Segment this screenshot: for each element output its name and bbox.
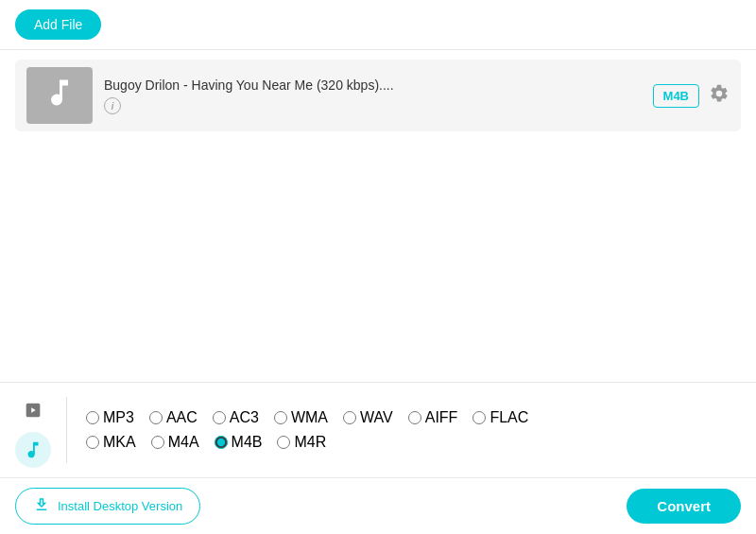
format-badge[interactable]: M4B bbox=[653, 84, 699, 108]
file-name: Bugoy Drilon - Having You Near Me (320 k… bbox=[104, 78, 642, 93]
format-tabs bbox=[15, 392, 51, 468]
format-options-grid: MP3 AAC AC3 WMA WAV AIFF F bbox=[86, 409, 528, 451]
format-option-flac[interactable]: FLAC bbox=[472, 409, 528, 426]
info-icon[interactable]: i bbox=[104, 97, 121, 114]
format-option-mka[interactable]: MKA bbox=[86, 434, 136, 451]
file-actions: M4B bbox=[653, 83, 730, 109]
music-note-icon bbox=[43, 76, 77, 116]
convert-button[interactable]: Convert bbox=[627, 489, 741, 524]
audio-tab[interactable] bbox=[15, 432, 51, 468]
format-option-aac[interactable]: AAC bbox=[149, 409, 198, 426]
format-option-wma[interactable]: WMA bbox=[274, 409, 328, 426]
format-selector: MP3 AAC AC3 WMA WAV AIFF F bbox=[0, 383, 756, 477]
format-option-aiff[interactable]: AIFF bbox=[408, 409, 458, 426]
video-tab[interactable] bbox=[15, 392, 51, 428]
file-item: Bugoy Drilon - Having You Near Me (320 k… bbox=[15, 60, 741, 131]
add-file-button[interactable]: Add File bbox=[15, 9, 101, 40]
header: Add File bbox=[0, 0, 756, 50]
format-option-m4a[interactable]: M4A bbox=[151, 434, 199, 451]
format-option-wav[interactable]: WAV bbox=[343, 409, 393, 426]
format-option-m4b[interactable]: M4B bbox=[215, 434, 263, 451]
bottom-panel: MP3 AAC AC3 WMA WAV AIFF F bbox=[0, 382, 756, 534]
tab-divider bbox=[66, 397, 67, 463]
format-option-mp3[interactable]: MP3 bbox=[86, 409, 134, 426]
install-label: Install Desktop Version bbox=[58, 499, 182, 513]
format-option-ac3[interactable]: AC3 bbox=[213, 409, 259, 426]
file-thumbnail bbox=[26, 67, 93, 124]
settings-icon[interactable] bbox=[709, 83, 730, 109]
download-icon bbox=[33, 496, 50, 516]
file-list: Bugoy Drilon - Having You Near Me (320 k… bbox=[0, 50, 756, 382]
format-option-m4r[interactable]: M4R bbox=[277, 434, 326, 451]
install-button[interactable]: Install Desktop Version bbox=[15, 488, 200, 525]
file-info: Bugoy Drilon - Having You Near Me (320 k… bbox=[104, 78, 642, 114]
action-bar: Install Desktop Version Convert bbox=[0, 477, 756, 534]
